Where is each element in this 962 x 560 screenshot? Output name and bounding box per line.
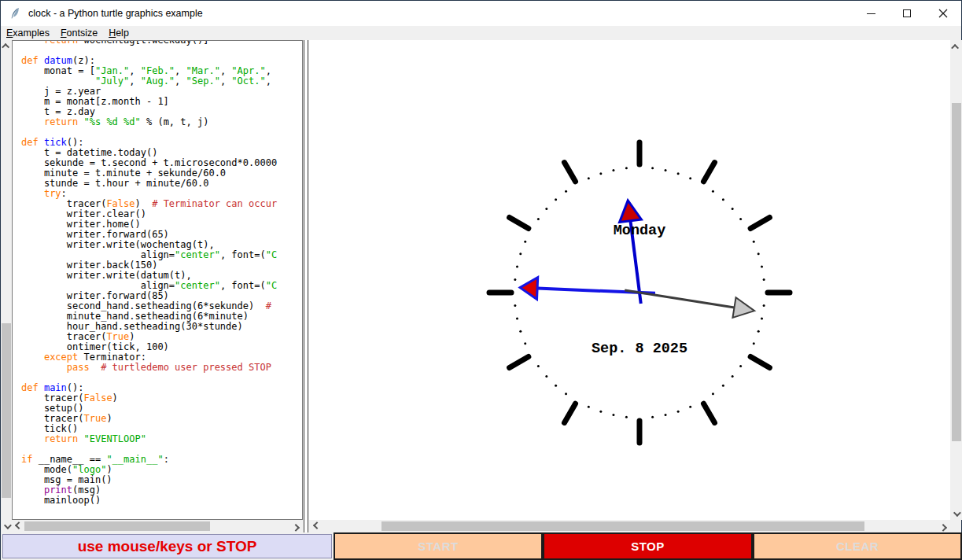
clock-hands bbox=[520, 201, 754, 318]
chevron-right-icon bbox=[939, 523, 947, 531]
close-icon bbox=[938, 9, 948, 18]
canvas-scroll-right-button[interactable] bbox=[938, 520, 950, 532]
window-title: clock - a Python turtle graphics example bbox=[28, 8, 853, 19]
menu-help[interactable]: Help bbox=[103, 27, 135, 39]
code-editor[interactable]: return wochentag[t.weekday()]def datum(z… bbox=[12, 40, 303, 520]
code-line: return "%s %d %d" % (m, t, j) bbox=[21, 117, 277, 127]
clock-weekday-label: Monday bbox=[614, 223, 666, 239]
editor-horizontal-thumb[interactable] bbox=[24, 521, 210, 531]
turtle-canvas[interactable]: Monday Sep. 8 2025 bbox=[309, 40, 950, 520]
canvas-scroll-down-button[interactable] bbox=[950, 507, 962, 520]
python-app-icon bbox=[9, 7, 21, 20]
second-hand-arrow bbox=[732, 297, 754, 318]
chevron-right-icon bbox=[292, 523, 300, 531]
chevron-left-icon bbox=[15, 521, 23, 529]
title-bar: clock - a Python turtle graphics example bbox=[1, 1, 961, 26]
pane-sash-handle bbox=[304, 40, 308, 532]
app-window: clock - a Python turtle graphics example… bbox=[0, 0, 962, 560]
pane-sash[interactable] bbox=[303, 40, 309, 532]
chevron-up-icon bbox=[2, 43, 9, 51]
window-controls bbox=[853, 2, 961, 26]
canvas-vertical-scrollbar[interactable] bbox=[950, 40, 962, 520]
editor-vertical-scrollbar[interactable] bbox=[1, 40, 12, 532]
chevron-down-icon bbox=[953, 509, 961, 517]
bottom-bar: use mouse/keys or STOP START STOP CLEAR bbox=[1, 532, 961, 560]
start-button[interactable]: START bbox=[334, 532, 543, 560]
chevron-left-icon bbox=[312, 521, 320, 529]
code-area: return wochentag[t.weekday()]def datum(z… bbox=[21, 40, 277, 506]
code-line: return wochentag[t.weekday()] bbox=[21, 40, 277, 46]
editor-scroll-left-button[interactable] bbox=[12, 520, 24, 532]
close-button[interactable] bbox=[925, 2, 961, 26]
menu-bar: Examples Fontsize Help bbox=[1, 26, 961, 40]
menu-examples[interactable]: Examples bbox=[1, 27, 55, 39]
canvas-scroll-left-button[interactable] bbox=[309, 520, 322, 532]
canvas-vertical-thumb[interactable] bbox=[952, 103, 961, 441]
maximize-button[interactable] bbox=[889, 2, 925, 26]
editor-scroll-down-button[interactable] bbox=[1, 521, 12, 532]
canvas-horizontal-thumb[interactable] bbox=[381, 521, 864, 531]
editor-scroll-up-button[interactable] bbox=[1, 40, 12, 52]
maximize-icon bbox=[903, 9, 911, 17]
minimize-icon bbox=[867, 13, 875, 14]
editor-horizontal-scrollbar[interactable] bbox=[12, 520, 303, 532]
code-line: pass # turtledemo user pressed STOP bbox=[21, 363, 277, 373]
stop-button[interactable]: STOP bbox=[543, 532, 753, 560]
clear-button[interactable]: CLEAR bbox=[753, 532, 962, 560]
editor-scroll-right-button[interactable] bbox=[291, 520, 303, 532]
menu-fontsize[interactable]: Fontsize bbox=[55, 27, 103, 39]
minute-hand-arrow bbox=[520, 278, 538, 300]
chevron-up-icon bbox=[951, 43, 959, 51]
canvas-horizontal-scrollbar[interactable] bbox=[309, 520, 950, 532]
chevron-down-icon bbox=[3, 521, 11, 529]
code-line: return "EVENTLOOP" bbox=[21, 434, 277, 444]
canvas-scroll-up-button[interactable] bbox=[950, 40, 962, 53]
hour-hand-arrow bbox=[620, 201, 642, 223]
clock-graphic: Monday Sep. 8 2025 bbox=[309, 40, 950, 520]
status-message: use mouse/keys or STOP bbox=[2, 534, 332, 558]
minimize-button[interactable] bbox=[853, 2, 889, 26]
code-line: mainloop() bbox=[21, 496, 277, 506]
editor-scrollbar-thumb[interactable] bbox=[2, 323, 11, 498]
clock-date-label: Sep. 8 2025 bbox=[592, 341, 687, 357]
